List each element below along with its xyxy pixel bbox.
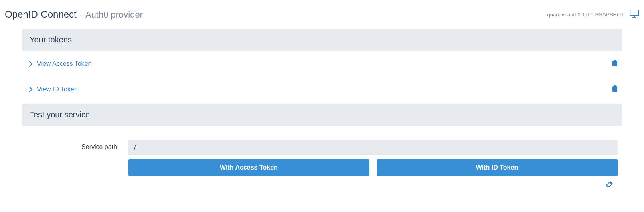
title-separator: · <box>80 10 82 20</box>
eraser-row <box>128 176 618 189</box>
clear-button[interactable] <box>606 182 613 188</box>
service-section: Test your service Service path With Acce… <box>22 104 622 189</box>
service-section-header: Test your service <box>22 104 622 126</box>
service-path-input[interactable] <box>128 140 618 155</box>
clipboard-icon <box>612 85 618 92</box>
chevron-right-icon <box>29 61 33 67</box>
service-right-col: With Access Token With ID Token <box>128 140 622 189</box>
main-content: Your tokens View Access Token View ID To… <box>0 29 644 189</box>
view-access-token-link[interactable]: View Access Token <box>23 60 91 67</box>
clipboard-icon <box>612 60 618 66</box>
tokens-section-header: Your tokens <box>22 29 622 51</box>
chevron-right-icon <box>29 87 33 92</box>
view-access-token-label: View Access Token <box>37 60 91 67</box>
button-row: With Access Token With ID Token <box>128 159 618 176</box>
copy-id-token-button[interactable] <box>612 85 622 93</box>
token-row-id: View ID Token <box>22 77 622 102</box>
service-path-label: Service path <box>22 140 117 151</box>
page-header: OpenID Connect · Auth0 provider quarkus-… <box>0 0 644 29</box>
eraser-icon <box>606 181 613 187</box>
service-form: Service path With Access Token With ID T… <box>22 126 622 189</box>
view-id-token-label: View ID Token <box>37 86 78 93</box>
app-version-label: quarkus-auth0 1.0.0-SNAPSHOT <box>547 12 624 18</box>
view-id-token-link[interactable]: View ID Token <box>23 86 78 93</box>
with-access-token-button[interactable]: With Access Token <box>128 159 369 176</box>
with-id-token-button[interactable]: With ID Token <box>377 159 618 176</box>
svg-rect-0 <box>630 10 639 16</box>
header-right: quarkus-auth0 1.0.0-SNAPSHOT <box>547 10 639 19</box>
monitor-icon[interactable] <box>630 10 639 19</box>
token-row-access: View Access Token <box>22 51 622 77</box>
page-subtitle: Auth0 provider <box>85 10 143 20</box>
page-title: OpenID Connect <box>5 9 77 20</box>
copy-access-token-button[interactable] <box>612 60 622 68</box>
header-left: OpenID Connect · Auth0 provider <box>5 9 143 20</box>
